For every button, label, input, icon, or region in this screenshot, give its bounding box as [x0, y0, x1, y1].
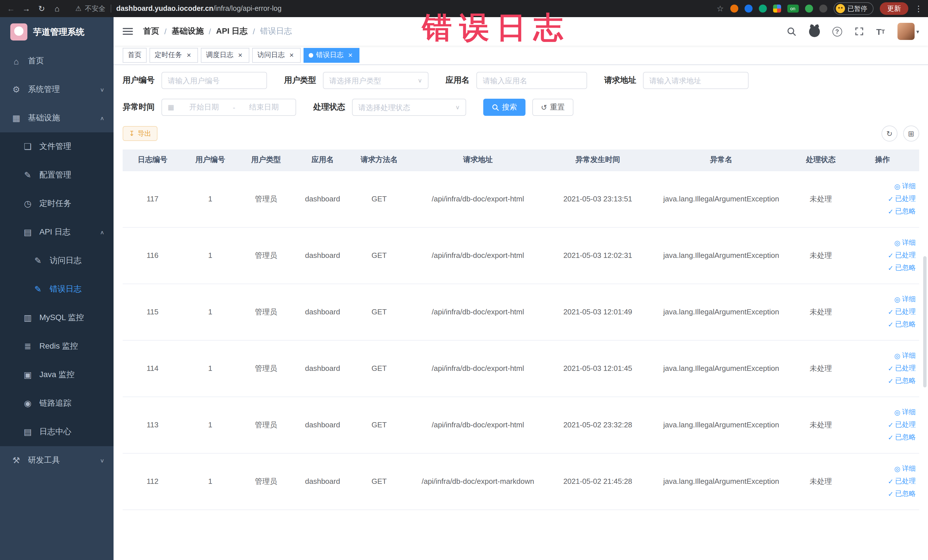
sidebar-item-label: 文件管理: [40, 142, 71, 152]
bookmark-star-icon[interactable]: ☆: [717, 4, 724, 13]
detail-link[interactable]: ◎详细: [849, 238, 916, 248]
forward-icon[interactable]: →: [21, 4, 31, 13]
sidebar-item-java-monitor[interactable]: ▣ Java 监控: [0, 360, 113, 389]
reset-button[interactable]: ↺ 重置: [532, 99, 573, 116]
extension-on-badge[interactable]: on: [787, 5, 798, 12]
process-status-select-input[interactable]: [358, 103, 452, 111]
tab-scheduled-tasks[interactable]: 定时任务 ×: [150, 48, 198, 63]
sidebar-item-infrastructure[interactable]: ▦ 基础设施 ∧: [0, 104, 113, 132]
tab-home[interactable]: 首页: [123, 48, 147, 63]
sidebar-item-error-log[interactable]: ✎ 错误日志: [0, 275, 113, 304]
eye-icon: ◎: [894, 352, 901, 360]
browser-menu-icon[interactable]: ⋮: [914, 4, 923, 13]
github-icon[interactable]: [809, 26, 820, 37]
search-button[interactable]: 搜索: [483, 99, 525, 116]
close-icon[interactable]: ×: [236, 51, 244, 59]
close-icon[interactable]: ×: [346, 51, 354, 59]
sidebar-item-redis-monitor[interactable]: ≣ Redis 监控: [0, 332, 113, 360]
detail-link[interactable]: ◎详细: [849, 182, 916, 191]
processed-link[interactable]: ✓已处理: [849, 194, 916, 204]
export-button[interactable]: ↧ 导出: [123, 126, 157, 141]
processed-link[interactable]: ✓已处理: [849, 476, 916, 486]
breadcrumb-item[interactable]: 基础设施: [172, 26, 204, 37]
cell-user-type: 管理员: [238, 227, 294, 284]
config-icon: ✎: [23, 170, 32, 180]
process-status-select[interactable]: ∨: [352, 99, 466, 116]
close-icon[interactable]: ×: [185, 51, 193, 59]
ignored-link[interactable]: ✓已忽略: [849, 263, 916, 273]
help-icon[interactable]: ?: [832, 26, 842, 36]
cell-user-type: 管理员: [238, 171, 294, 227]
browser-window: ← → ↻ ⌂ ⚠ 不安全 dashboard.yudao.iocoder.cn…: [0, 0, 928, 560]
breadcrumb-item[interactable]: 首页: [143, 26, 159, 37]
ignored-link[interactable]: ✓已忽略: [849, 432, 916, 442]
font-size-icon[interactable]: TT: [876, 26, 885, 36]
error-log-table: 日志编号 用户编号 用户类型 应用名 请求方法名 请求地址 异常发生时间 异常名…: [123, 150, 919, 510]
processed-link[interactable]: ✓已处理: [849, 307, 916, 317]
sidebar-item-log-center[interactable]: ▤ 日志中心: [0, 418, 113, 446]
extension-icon[interactable]: [805, 5, 813, 12]
breadcrumb-item[interactable]: API 日志: [216, 26, 247, 37]
user-avatar[interactable]: ▾: [897, 23, 919, 40]
detail-link[interactable]: ◎详细: [849, 351, 916, 360]
start-date-placeholder: 开始日期: [178, 102, 230, 112]
tab-access-log[interactable]: 访问日志 ×: [252, 48, 301, 63]
detail-link[interactable]: ◎详细: [849, 464, 916, 473]
sidebar-item-file-management[interactable]: ❏ 文件管理: [0, 132, 113, 161]
sidebar-item-mysql-monitor[interactable]: ▥ MySQL 监控: [0, 304, 113, 332]
reload-icon[interactable]: ↻: [37, 4, 47, 13]
user-id-input[interactable]: [168, 76, 261, 85]
processed-link[interactable]: ✓已处理: [849, 250, 916, 260]
update-button[interactable]: 更新: [880, 2, 908, 15]
date-range-picker[interactable]: ▦ 开始日期 - 结束日期: [162, 99, 296, 116]
sidebar-item-dev-tools[interactable]: ⚒ 研发工具 ∨: [0, 446, 113, 475]
extension-icon[interactable]: [730, 5, 738, 12]
ignored-link[interactable]: ✓已忽略: [849, 489, 916, 499]
cell-time: 2021-05-03 12:01:49: [549, 284, 647, 340]
tab-label: 定时任务: [155, 50, 182, 60]
cell-exception: java.lang.IllegalArgumentException: [647, 171, 796, 227]
sidebar-item-system-management[interactable]: ⚙ 系统管理 ∨: [0, 75, 113, 104]
processed-link[interactable]: ✓已处理: [849, 363, 916, 373]
user-type-select-input[interactable]: [329, 76, 414, 85]
sidebar-item-access-log[interactable]: ✎ 访问日志: [0, 246, 113, 275]
ignored-link[interactable]: ✓已忽略: [849, 319, 916, 329]
column-settings-button[interactable]: ⊞: [903, 125, 919, 142]
sidebar-item-label: 错误日志: [50, 284, 82, 294]
ignored-link[interactable]: ✓已忽略: [849, 376, 916, 386]
sidebar-item-config-management[interactable]: ✎ 配置管理: [0, 161, 113, 189]
detail-link[interactable]: ◎详细: [849, 294, 916, 304]
app-name-input[interactable]: [483, 76, 581, 85]
site-security[interactable]: ⚠ 不安全: [75, 4, 105, 14]
extension-icon[interactable]: [819, 5, 827, 12]
detail-link[interactable]: ◎详细: [849, 407, 916, 417]
close-icon[interactable]: ×: [288, 51, 296, 59]
fullscreen-icon[interactable]: [855, 27, 864, 36]
action-label: 已忽略: [895, 319, 916, 329]
hamburger-icon[interactable]: [123, 28, 133, 35]
user-type-select[interactable]: ∨: [323, 72, 429, 89]
sidebar-item-scheduled-tasks[interactable]: ◷ 定时任务: [0, 189, 113, 218]
search-icon[interactable]: [786, 26, 796, 36]
filter-row-2: 异常时间 ▦ 开始日期 - 结束日期 处理状态 ∨: [123, 99, 919, 116]
ignored-link[interactable]: ✓已忽略: [849, 206, 916, 216]
tab-dispatch-log[interactable]: 调度日志 ×: [201, 48, 249, 63]
sidebar-item-api-log[interactable]: ▤ API 日志 ∧: [0, 218, 113, 246]
processed-link[interactable]: ✓已处理: [849, 420, 916, 430]
extension-icon[interactable]: [759, 5, 766, 12]
eye-icon: ◎: [894, 465, 901, 473]
paused-chip[interactable]: 已暂停: [833, 2, 873, 15]
back-icon[interactable]: ←: [6, 4, 16, 13]
sidebar-item-home[interactable]: ⌂ 首页: [0, 47, 113, 75]
extension-icon[interactable]: [773, 5, 781, 12]
home-icon[interactable]: ⌂: [52, 4, 62, 13]
cell-exception: java.lang.IllegalArgumentException: [647, 284, 796, 340]
refresh-button[interactable]: ↻: [882, 125, 897, 142]
tab-error-log[interactable]: 错误日志 ×: [304, 48, 359, 63]
request-url-input[interactable]: [649, 76, 742, 85]
extension-icon[interactable]: [744, 5, 752, 12]
sidebar-item-trace[interactable]: ◉ 链路追踪: [0, 389, 113, 418]
cell-exception: java.lang.IllegalArgumentException: [647, 453, 796, 510]
scrollbar[interactable]: [923, 256, 926, 388]
url-bar[interactable]: dashboard.yudao.iocoder.cn/infra/log/api…: [116, 5, 282, 12]
